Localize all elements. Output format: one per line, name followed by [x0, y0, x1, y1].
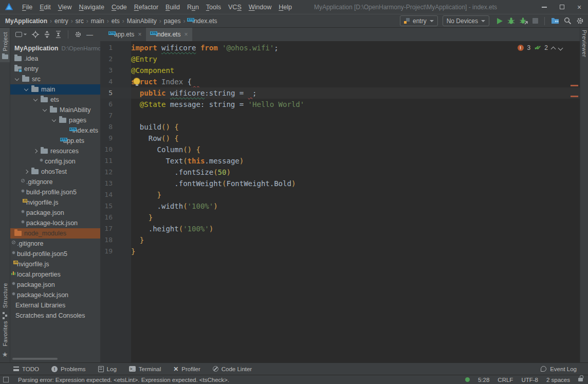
tab-app.ets[interactable]: ETSapp.ets× — [104, 28, 146, 41]
code-line-8[interactable]: 8 build() { — [100, 121, 580, 133]
attach-debugger-button[interactable] — [520, 17, 528, 25]
tree-item-build-profile.json5[interactable]: build-profile.json5 — [10, 249, 100, 259]
code-line-5[interactable]: 5 public wificore:string = ; — [100, 87, 580, 99]
tree-item-config.json[interactable]: config.json — [10, 156, 100, 167]
breadcrumb-ets[interactable]: ets — [112, 17, 120, 25]
toolwindow-profiler[interactable]: ✕Profiler — [173, 365, 200, 373]
menu-build[interactable]: Build — [162, 4, 183, 11]
chevron-down-icon[interactable] — [43, 107, 47, 111]
chevron-right-icon[interactable] — [33, 149, 38, 153]
toolwindow-toggle-icon[interactable] — [3, 377, 9, 382]
intention-bulb-icon[interactable] — [134, 78, 140, 84]
run-button[interactable] — [497, 18, 503, 24]
maximize-button[interactable] — [553, 0, 571, 14]
tree-item-index.ets[interactable]: ETSindex.ets — [10, 125, 100, 136]
tree-item-myapplication[interactable]: MyApplicationD:\OpenHarmon — [10, 43, 100, 53]
menu-run[interactable]: Run — [183, 4, 203, 11]
menu-window[interactable]: Window — [245, 4, 275, 11]
tree-item-package-lock.json[interactable]: package-lock.json — [10, 290, 100, 300]
menu-refactor[interactable]: Refactor — [131, 4, 162, 11]
tree-item-node-modules[interactable]: node_modules — [10, 228, 100, 239]
error-stripe-mark[interactable] — [571, 85, 578, 86]
code-line-2[interactable]: 2@Entry — [100, 53, 580, 65]
breadcrumb-src[interactable]: src — [76, 17, 84, 25]
stop-button[interactable] — [532, 18, 538, 24]
tree-item-src[interactable]: src — [10, 74, 100, 84]
debug-button[interactable] — [507, 17, 515, 25]
tree-item-hvigorfile.js[interactable]: JShvigorfile.js — [10, 259, 100, 269]
project-structure-icon[interactable] — [551, 17, 559, 24]
code-line-12[interactable]: 12 .fontSize(50) — [100, 167, 580, 178]
tree-item-hvigorfile.js[interactable]: JShvigorfile.js — [10, 197, 100, 208]
breadcrumb-main[interactable]: main — [91, 17, 104, 25]
caret-position[interactable]: 5:28 — [478, 377, 489, 383]
structure-stripe-button[interactable]: Structure — [2, 283, 8, 308]
chevron-down-icon[interactable] — [33, 97, 38, 101]
tree-item-package.json[interactable]: package.json — [10, 280, 100, 290]
menu-file[interactable]: File — [19, 4, 36, 11]
tree-item-.idea[interactable]: .idea — [10, 53, 100, 64]
chevron-down-icon[interactable] — [24, 86, 28, 90]
tree-item-package-lock.json[interactable]: package-lock.json — [10, 218, 100, 228]
breadcrumb-entry[interactable]: entry — [54, 17, 68, 25]
tree-item-build-profile.json5[interactable]: build-profile.json5 — [10, 187, 100, 197]
encoding[interactable]: UTF-8 — [521, 377, 538, 383]
close-button[interactable]: × — [571, 0, 588, 14]
code-line-6[interactable]: 6 @State message: string = 'Hello World' — [100, 99, 580, 110]
menu-help[interactable]: Help — [275, 4, 296, 11]
toolwindow-terminal[interactable]: >_Terminal — [129, 365, 161, 373]
tree-item-external-libraries[interactable]: External Libraries — [10, 300, 100, 310]
expand-all-icon[interactable] — [44, 31, 50, 38]
code-line-11[interactable]: 11 Text(this.message) — [100, 155, 580, 167]
code-editor[interactable]: 1import wificore from '@ohos.wifi';2@Ent… — [100, 41, 580, 362]
menu-view[interactable]: View — [54, 4, 76, 11]
code-line-14[interactable]: 14 } — [100, 189, 580, 200]
tree-item-pages[interactable]: pages — [10, 115, 100, 125]
code-line-13[interactable]: 13 .fontWeight(FontWeight.Bold) — [100, 178, 580, 189]
toolwindow-problems[interactable]: !Problems — [51, 365, 86, 373]
code-line-4[interactable]: 4struct Index { — [100, 76, 580, 87]
minimize-button[interactable] — [536, 0, 553, 14]
code-line-18[interactable]: 18 } — [100, 234, 580, 246]
tree-item-local.properties[interactable]: local.properties — [10, 269, 100, 280]
unlock-icon[interactable] — [578, 378, 583, 381]
next-error-button[interactable] — [558, 45, 563, 50]
line-ending[interactable]: CRLF — [498, 377, 513, 383]
code-line-15[interactable]: 15 .width('100%') — [100, 200, 580, 212]
tree-item-main[interactable]: main — [10, 84, 100, 95]
code-line-9[interactable]: 9 Row() { — [100, 133, 580, 144]
run-config-selector[interactable]: entry — [400, 15, 438, 26]
code-line-17[interactable]: 17 .height('100%') — [100, 223, 580, 234]
menu-edit[interactable]: Edit — [36, 4, 54, 11]
previous-error-button[interactable] — [551, 46, 556, 51]
toolwindow-code-linter[interactable]: Code Linter — [213, 365, 252, 373]
code-line-16[interactable]: 16 } — [100, 212, 580, 223]
hide-panel-icon[interactable]: — — [86, 31, 93, 39]
tree-item-resources[interactable]: resources — [10, 146, 100, 156]
tree-item-ohostest[interactable]: ohosTest — [10, 167, 100, 177]
menu-navigate[interactable]: Navigate — [76, 4, 108, 11]
chevron-down-icon[interactable] — [52, 117, 56, 121]
tree-item-.gitignore[interactable]: .gitignore — [10, 177, 100, 187]
breadcrumb-MainAbility[interactable]: MainAbility — [127, 17, 157, 25]
code-line-10[interactable]: 10 Column() { — [100, 144, 580, 155]
code-line-1[interactable]: 1import wificore from '@ohos.wifi'; — [100, 42, 580, 53]
collapse-all-icon[interactable] — [55, 31, 62, 38]
tab-index.ets[interactable]: ETSindex.ets× — [146, 28, 192, 41]
close-tab-icon[interactable]: × — [184, 31, 188, 38]
locate-file-icon[interactable] — [32, 31, 39, 38]
breadcrumb-index.ets[interactable]: ETSindex.ets — [188, 17, 217, 25]
event-log-button[interactable]: Event Log — [541, 366, 577, 372]
project-stripe-button[interactable]: Project — [0, 28, 10, 62]
chevron-right-icon[interactable] — [24, 170, 28, 174]
device-selector[interactable]: No Devices — [443, 15, 489, 26]
panel-settings-gear-icon[interactable] — [75, 31, 82, 38]
error-stripe-mark[interactable] — [571, 96, 578, 97]
breadcrumb-MyApplication[interactable]: MyApplication — [5, 17, 47, 25]
code-line-19[interactable]: 19} — [100, 246, 580, 257]
horizontal-scrollbar[interactable] — [12, 358, 58, 360]
search-icon[interactable] — [564, 17, 572, 25]
tree-item-mainability[interactable]: MainAbility — [10, 105, 100, 115]
breadcrumb-pages[interactable]: pages — [164, 17, 181, 25]
close-tab-icon[interactable]: × — [138, 31, 141, 38]
